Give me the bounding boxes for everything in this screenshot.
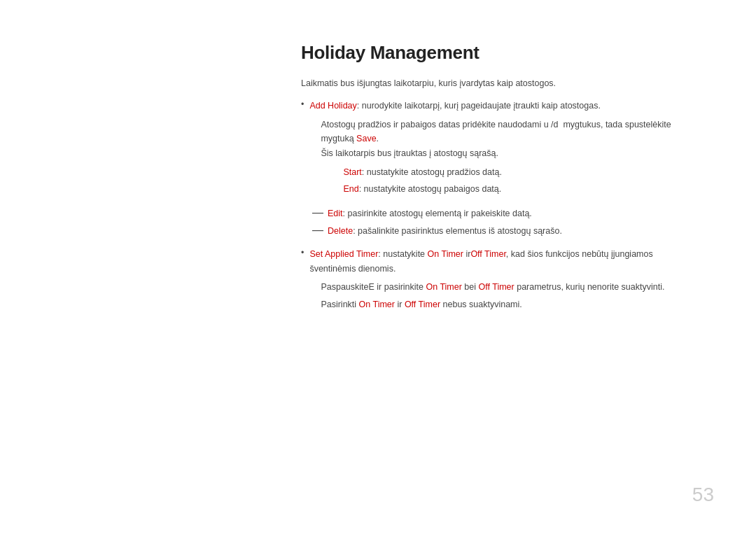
start-item: Start: nustatykite atostogų pradžios dat… [343,165,672,180]
bullet-list: • Add Holiday: nurodykite laikotarpį, ku… [301,99,672,312]
start-text: : nustatykite atostogų pradžios datą. [362,167,502,177]
list-item-set-applied-timer: • Set Applied Timer: nustatykite On Time… [301,247,672,312]
add-holiday-subline-2: Šis laikotarpis bus įtrauktas į atostogų… [321,146,672,161]
off-timer-label-1: Off Timer [470,249,505,259]
add-holiday-label: Add Holiday [309,101,356,111]
start-label: Start [343,167,361,177]
save-label: Save [356,134,377,143]
dash-edit: — [312,206,323,219]
page-container: Holiday Management Laikmatis bus išjungt… [0,0,756,534]
set-applied-timer-subline-1: PaspauskiteE ir pasirinkite On Timer bei… [321,280,672,295]
off-timer-label-2: Off Timer [479,282,514,292]
set-applied-timer-text-before: : nustatykite [378,249,427,259]
end-text: : nustatykite atostogų pabaigos datą. [359,184,502,194]
add-holiday-subline-1: Atostogų pradžios ir pabaigos datas prid… [321,118,672,146]
add-holiday-indent-items: Start: nustatykite atostogų pradžios dat… [321,165,672,197]
dash-delete: — [312,224,323,237]
end-label: End [343,184,358,194]
edit-label: Edit [328,209,343,218]
end-item: End: nustatykite atostogų pabaigos datą. [343,182,672,197]
bullet-dot: • [301,99,304,109]
delete-text: : pašalinkite pasirinktus elementus iš a… [353,226,562,236]
bullet-content-edit: Edit: pasirinkite atostogų elementą ir p… [328,206,532,221]
off-timer-label-3: Off Timer [405,300,440,309]
bullet-content-delete: Delete: pašalinkite pasirinktus elementu… [328,224,562,239]
list-item-edit: — Edit: pasirinkite atostogų elementą ir… [312,206,672,221]
bullet-content-add-holiday: Add Holiday: nurodykite laikotarpį, kurį… [309,99,672,199]
page-title: Holiday Management [301,42,672,64]
delete-label: Delete [328,226,353,236]
set-applied-timer-subline-2: Pasirinkti On Timer ir Off Timer nebus s… [321,297,672,312]
add-holiday-text: : nurodykite laikotarpį, kurį pageidauja… [357,101,601,111]
bullet-content-set-applied-timer: Set Applied Timer: nustatykite On Timer … [309,247,672,312]
on-timer-label-1: On Timer [428,249,463,259]
e-symbol: E [369,282,374,292]
list-item-add-holiday: • Add Holiday: nurodykite laikotarpį, ku… [301,99,672,199]
page-number: 53 [692,484,714,506]
list-item-delete: — Delete: pašalinkite pasirinktus elemen… [312,224,672,239]
intro-text: Laikmatis bus išjungtas laikotarpiu, kur… [301,76,672,90]
edit-text: : pasirinkite atostogų elementą ir pakei… [343,209,532,218]
set-applied-timer-text-mid: ir [463,249,470,259]
add-holiday-sublines: Atostogų pradžios ir pabaigos datas prid… [321,118,672,161]
on-timer-label-2: On Timer [426,282,461,292]
set-applied-timer-label: Set Applied Timer [309,249,378,259]
bullet-dot-2: • [301,248,304,258]
set-applied-timer-sublines: PaspauskiteE ir pasirinkite On Timer bei… [321,280,672,311]
on-timer-label-3: On Timer [359,300,395,309]
